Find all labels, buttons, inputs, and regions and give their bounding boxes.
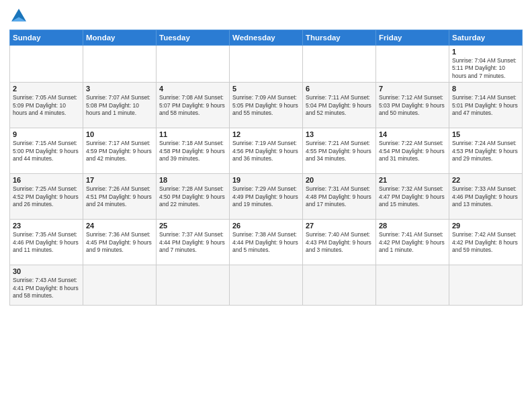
weekday-header: Saturday [449,30,523,46]
calendar-cell: 28Sunrise: 7:41 AM Sunset: 4:42 PM Dayli… [376,220,449,265]
day-number: 1 [452,48,519,56]
calendar-week-row: 2Sunrise: 7:05 AM Sunset: 5:09 PM Daylig… [10,83,523,128]
day-number: 29 [452,222,519,230]
day-number: 24 [86,222,153,230]
calendar-cell: 23Sunrise: 7:35 AM Sunset: 4:46 PM Dayli… [10,220,83,265]
day-number: 13 [306,130,373,138]
calendar-week-row: 16Sunrise: 7:25 AM Sunset: 4:52 PM Dayli… [10,174,523,220]
day-info: Sunrise: 7:38 AM Sunset: 4:44 PM Dayligh… [232,231,300,254]
day-number: 30 [13,267,80,275]
weekday-header-row: SundayMondayTuesdayWednesdayThursdayFrid… [10,30,523,46]
calendar-cell: 20Sunrise: 7:31 AM Sunset: 4:48 PM Dayli… [303,174,376,220]
calendar-cell: 22Sunrise: 7:33 AM Sunset: 4:46 PM Dayli… [449,174,523,220]
calendar-cell: 24Sunrise: 7:36 AM Sunset: 4:45 PM Dayli… [83,220,157,265]
calendar-cell [157,265,230,306]
calendar-cell: 18Sunrise: 7:28 AM Sunset: 4:50 PM Dayli… [157,174,230,220]
calendar-cell: 5Sunrise: 7:09 AM Sunset: 5:05 PM Daylig… [230,83,303,128]
day-info: Sunrise: 7:24 AM Sunset: 4:53 PM Dayligh… [452,140,519,163]
day-number: 18 [159,176,226,184]
calendar-cell: 29Sunrise: 7:42 AM Sunset: 4:42 PM Dayli… [449,220,523,265]
day-info: Sunrise: 7:29 AM Sunset: 4:49 PM Dayligh… [232,185,300,208]
day-info: Sunrise: 7:09 AM Sunset: 5:05 PM Dayligh… [232,94,300,117]
day-number: 21 [379,176,446,184]
day-info: Sunrise: 7:40 AM Sunset: 4:43 PM Dayligh… [306,231,373,254]
calendar-cell: 12Sunrise: 7:19 AM Sunset: 4:56 PM Dayli… [230,128,303,174]
day-info: Sunrise: 7:07 AM Sunset: 5:08 PM Dayligh… [86,94,153,117]
calendar-cell [230,265,303,306]
day-info: Sunrise: 7:21 AM Sunset: 4:55 PM Dayligh… [306,140,373,163]
day-info: Sunrise: 7:14 AM Sunset: 5:01 PM Dayligh… [452,94,519,117]
calendar-table: SundayMondayTuesdayWednesdayThursdayFrid… [9,30,523,306]
calendar-cell: 30Sunrise: 7:43 AM Sunset: 4:41 PM Dayli… [10,265,83,306]
calendar-cell [376,46,449,83]
calendar-cell [157,46,230,83]
day-number: 5 [232,85,300,93]
calendar-cell [449,265,523,306]
day-info: Sunrise: 7:05 AM Sunset: 5:09 PM Dayligh… [13,94,80,117]
weekday-header: Wednesday [230,30,303,46]
day-info: Sunrise: 7:33 AM Sunset: 4:46 PM Dayligh… [452,185,519,208]
calendar-cell [83,46,157,83]
calendar-cell: 19Sunrise: 7:29 AM Sunset: 4:49 PM Dayli… [230,174,303,220]
calendar-week-row: 1Sunrise: 7:04 AM Sunset: 5:11 PM Daylig… [10,46,523,83]
day-info: Sunrise: 7:08 AM Sunset: 5:07 PM Dayligh… [159,94,226,117]
day-info: Sunrise: 7:41 AM Sunset: 4:42 PM Dayligh… [379,231,446,254]
day-info: Sunrise: 7:04 AM Sunset: 5:11 PM Dayligh… [452,57,519,80]
day-number: 17 [86,176,153,184]
calendar-cell [10,46,83,83]
day-info: Sunrise: 7:22 AM Sunset: 4:54 PM Dayligh… [379,140,446,163]
day-info: Sunrise: 7:18 AM Sunset: 4:58 PM Dayligh… [159,140,226,163]
calendar-cell: 9Sunrise: 7:15 AM Sunset: 5:00 PM Daylig… [10,128,83,174]
calendar-cell: 11Sunrise: 7:18 AM Sunset: 4:58 PM Dayli… [157,128,230,174]
page: SundayMondayTuesdayWednesdayThursdayFrid… [0,0,532,411]
calendar-cell: 21Sunrise: 7:32 AM Sunset: 4:47 PM Dayli… [376,174,449,220]
calendar-cell: 6Sunrise: 7:11 AM Sunset: 5:04 PM Daylig… [303,83,376,128]
day-info: Sunrise: 7:32 AM Sunset: 4:47 PM Dayligh… [379,185,446,208]
logo-icon [9,7,28,26]
day-info: Sunrise: 7:17 AM Sunset: 4:59 PM Dayligh… [86,140,153,163]
calendar-cell: 15Sunrise: 7:24 AM Sunset: 4:53 PM Dayli… [449,128,523,174]
day-number: 11 [159,130,226,138]
weekday-header: Sunday [10,30,83,46]
calendar-cell: 27Sunrise: 7:40 AM Sunset: 4:43 PM Dayli… [303,220,376,265]
calendar-week-row: 23Sunrise: 7:35 AM Sunset: 4:46 PM Dayli… [10,220,523,265]
day-number: 4 [159,85,226,93]
weekday-header: Tuesday [157,30,230,46]
day-number: 9 [13,130,80,138]
day-info: Sunrise: 7:28 AM Sunset: 4:50 PM Dayligh… [159,185,226,208]
day-info: Sunrise: 7:42 AM Sunset: 4:42 PM Dayligh… [452,231,519,254]
day-number: 15 [452,130,519,138]
day-number: 16 [13,176,80,184]
day-number: 2 [13,85,80,93]
weekday-header: Friday [376,30,449,46]
calendar-cell: 1Sunrise: 7:04 AM Sunset: 5:11 PM Daylig… [449,46,523,83]
calendar-cell: 25Sunrise: 7:37 AM Sunset: 4:44 PM Dayli… [157,220,230,265]
day-number: 19 [232,176,300,184]
day-info: Sunrise: 7:31 AM Sunset: 4:48 PM Dayligh… [306,185,373,208]
day-info: Sunrise: 7:37 AM Sunset: 4:44 PM Dayligh… [159,231,226,254]
header [9,7,523,26]
day-info: Sunrise: 7:26 AM Sunset: 4:51 PM Dayligh… [86,185,153,208]
day-number: 6 [306,85,373,93]
day-info: Sunrise: 7:43 AM Sunset: 4:41 PM Dayligh… [13,277,80,300]
weekday-header: Thursday [303,30,376,46]
calendar-cell [303,46,376,83]
day-number: 12 [232,130,300,138]
day-info: Sunrise: 7:35 AM Sunset: 4:46 PM Dayligh… [13,231,80,254]
calendar-cell [230,46,303,83]
logo [9,7,31,26]
calendar-cell [83,265,157,306]
day-number: 26 [232,222,300,230]
day-number: 3 [86,85,153,93]
day-number: 8 [452,85,519,93]
calendar-cell: 8Sunrise: 7:14 AM Sunset: 5:01 PM Daylig… [449,83,523,128]
calendar-cell: 16Sunrise: 7:25 AM Sunset: 4:52 PM Dayli… [10,174,83,220]
day-number: 14 [379,130,446,138]
day-number: 28 [379,222,446,230]
calendar-cell: 14Sunrise: 7:22 AM Sunset: 4:54 PM Dayli… [376,128,449,174]
day-info: Sunrise: 7:19 AM Sunset: 4:56 PM Dayligh… [232,140,300,163]
calendar-cell: 17Sunrise: 7:26 AM Sunset: 4:51 PM Dayli… [83,174,157,220]
calendar-cell: 26Sunrise: 7:38 AM Sunset: 4:44 PM Dayli… [230,220,303,265]
day-number: 7 [379,85,446,93]
day-info: Sunrise: 7:25 AM Sunset: 4:52 PM Dayligh… [13,185,80,208]
